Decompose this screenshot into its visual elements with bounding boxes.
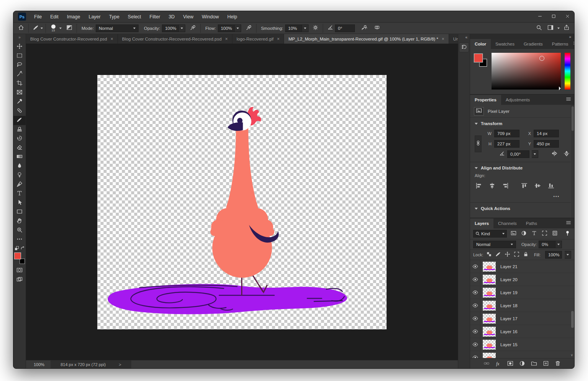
layer-visibility-eye-icon[interactable]	[470, 338, 480, 351]
hue-slider[interactable]	[565, 53, 570, 90]
layer-row[interactable]: Layer 18	[470, 299, 574, 312]
share-button[interactable]	[562, 24, 571, 33]
x-field[interactable]: 14 px	[534, 130, 559, 137]
tab-close-icon[interactable]: ×	[111, 36, 113, 42]
layers-opacity-field[interactable]: 0%	[539, 241, 555, 248]
flow-chevron[interactable]	[235, 24, 241, 32]
history-panel-button[interactable]	[459, 42, 469, 52]
layer-row[interactable]: Layer 21	[470, 260, 574, 273]
layers-opacity-chevron[interactable]	[555, 241, 562, 248]
tool-quick-mask[interactable]	[13, 266, 26, 275]
swap-colors-icon[interactable]	[20, 246, 25, 251]
color-picker-ring[interactable]	[539, 56, 544, 61]
tool-stamp[interactable]	[13, 125, 26, 134]
tab-color[interactable]: Color	[470, 39, 491, 49]
foreground-color-swatch[interactable]	[14, 252, 21, 259]
lock-all-button[interactable]	[523, 251, 529, 259]
opacity-field[interactable]: 100%	[162, 24, 179, 32]
tool-history-brush[interactable]	[13, 134, 26, 143]
tab-swatches[interactable]: Swatches	[491, 39, 519, 49]
layer-visibility-eye-icon[interactable]	[470, 286, 480, 299]
transform-header[interactable]: Transform	[475, 121, 570, 126]
properties-panel-menu[interactable]	[566, 95, 574, 105]
minimize-button[interactable]	[533, 11, 547, 22]
doc-tab[interactable]: logo-Recovered.gif×	[232, 34, 284, 44]
menu-type[interactable]: Type	[105, 11, 124, 23]
menu-edit[interactable]: Edit	[46, 11, 63, 23]
tool-gradient[interactable]	[13, 153, 26, 162]
flip-horizontal-button[interactable]	[551, 150, 557, 158]
lock-position-button[interactable]	[504, 251, 511, 259]
tool-blur[interactable]	[13, 162, 26, 171]
tab-properties[interactable]: Properties	[470, 95, 501, 105]
layer-visibility-eye-icon[interactable]	[470, 273, 480, 286]
layer-row[interactable]: Layer 15	[470, 338, 574, 351]
menu-view[interactable]: View	[179, 11, 198, 23]
new-layer-button[interactable]	[543, 360, 549, 366]
search-button[interactable]	[534, 24, 544, 33]
canvas-area[interactable]	[26, 44, 458, 360]
tool-pen[interactable]	[13, 180, 26, 189]
panel-foreground-swatch[interactable]	[474, 54, 483, 62]
align-left-button[interactable]	[475, 182, 482, 190]
tool-type[interactable]	[13, 189, 26, 199]
default-colors-icon[interactable]	[15, 246, 19, 251]
color-picker-field[interactable]	[492, 53, 561, 90]
brush-size-picker[interactable]: 15	[49, 24, 58, 32]
document-canvas[interactable]	[98, 75, 387, 329]
tool-move[interactable]	[13, 42, 26, 52]
expand-panels-button[interactable]: «	[458, 34, 470, 39]
tab-gradients[interactable]: Gradients	[519, 39, 547, 49]
layer-visibility-eye-icon[interactable]	[470, 299, 480, 312]
layer-thumbnail[interactable]	[482, 339, 496, 350]
tool-lasso[interactable]	[13, 61, 26, 70]
filter-adjustment-layers-button[interactable]	[520, 230, 528, 238]
layers-panel-menu[interactable]	[566, 218, 574, 228]
tool-rect-shape[interactable]	[13, 208, 26, 217]
tab-layers[interactable]: Layers	[470, 218, 493, 228]
tool-hand[interactable]	[13, 217, 26, 226]
rotation-chevron[interactable]	[532, 150, 538, 158]
fill-chevron[interactable]	[565, 251, 571, 259]
new-adjustment-layer-button[interactable]	[519, 360, 525, 366]
link-dimensions-button[interactable]	[475, 135, 482, 152]
angle-field[interactable]: 0°	[335, 24, 355, 32]
layer-thumbnail[interactable]	[482, 274, 496, 285]
doc-tab[interactable]: Blog Cover Constructor-Recovered.psd×	[26, 34, 118, 44]
align-header[interactable]: Align and Distribute	[475, 166, 570, 170]
tool-marquee[interactable]	[13, 52, 26, 61]
brush-angle-control[interactable]	[326, 24, 335, 33]
quick-actions-header[interactable]: Quick Actions	[475, 206, 570, 211]
tab-close-icon[interactable]: ×	[225, 36, 228, 42]
doc-tab[interactable]: Untitled-3-R	[449, 34, 458, 44]
align-top-button[interactable]	[521, 182, 528, 190]
hue-slider-marker[interactable]	[559, 86, 563, 90]
menu-filter[interactable]: Filter	[145, 11, 165, 23]
layer-row[interactable]: Layer 16	[470, 325, 574, 338]
width-field[interactable]: 709 px	[494, 130, 519, 137]
tab-close-icon[interactable]: ×	[442, 36, 444, 42]
tab-close-icon[interactable]: ×	[277, 36, 279, 42]
tab-patterns[interactable]: Patterns	[547, 39, 573, 49]
tool-preset-chevron[interactable]	[41, 28, 43, 29]
smoothing-chevron[interactable]	[302, 24, 309, 32]
menu-image[interactable]: Image	[63, 11, 85, 23]
align-right-button[interactable]	[502, 182, 509, 190]
brush-settings-toggle[interactable]	[65, 24, 74, 33]
tab-adjustments[interactable]: Adjustments	[501, 95, 534, 105]
airbrush-toggle[interactable]	[244, 24, 253, 33]
lock-image-pixels-button[interactable]	[495, 251, 501, 259]
tab-paths[interactable]: Paths	[521, 218, 542, 228]
size-pressure-button[interactable]	[359, 24, 369, 33]
filter-smart-objects-button[interactable]	[551, 230, 559, 238]
layer-thumbnail[interactable]	[482, 261, 496, 272]
maximize-button[interactable]	[547, 11, 560, 22]
filter-toggle-button[interactable]	[564, 230, 571, 238]
lock-artboard-button[interactable]	[513, 251, 520, 259]
align-more-button[interactable]: •••	[475, 194, 560, 199]
background-color-swatch[interactable]	[20, 259, 25, 264]
color-panel-menu[interactable]	[573, 39, 575, 49]
scroll-down-chevron-icon[interactable]: ∨	[570, 353, 573, 357]
tool-brush[interactable]	[13, 116, 26, 125]
properties-scrollbar[interactable]	[571, 105, 574, 218]
